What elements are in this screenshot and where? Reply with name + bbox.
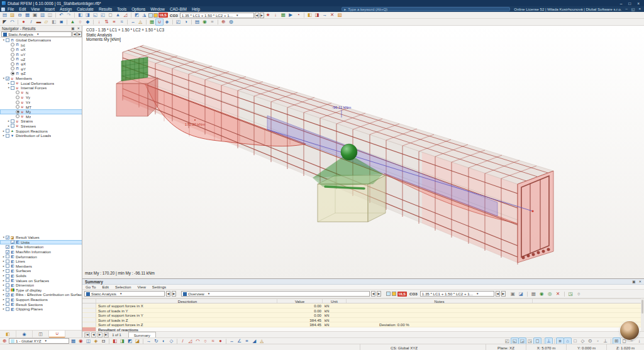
tree-item[interactable]: ∪ My [0, 109, 82, 114]
toggle-panel-5[interactable]: ◻ [534, 338, 541, 344]
tree-item[interactable]: ◧ Title Information [0, 244, 82, 249]
mesh-settings-icon[interactable]: ▦ [148, 19, 155, 25]
child-close-button[interactable]: × [638, 7, 641, 11]
chart-icon[interactable]: ◪ [518, 291, 525, 297]
sep[interactable] [172, 19, 173, 25]
scale-icon[interactable]: ◇ [168, 338, 175, 344]
tree-item[interactable]: ▸ ◧ Solids [0, 273, 82, 278]
menu-item[interactable]: CAD-BIM [167, 7, 189, 11]
sep[interactable] [191, 19, 192, 25]
minimize-button[interactable]: – [620, 1, 623, 6]
render-mode-icon[interactable]: ◩ [133, 12, 140, 18]
imperfection-icon[interactable]: ≈ [118, 19, 125, 25]
plane-xz-icon[interactable]: ◩ [126, 338, 133, 344]
sep[interactable] [74, 13, 75, 18]
next-combination-button[interactable]: ▶ [501, 291, 506, 297]
paste-icon[interactable]: ▤ [1, 12, 8, 18]
tree-control[interactable] [6, 298, 9, 302]
info-icon[interactable]: ↓ [636, 338, 643, 344]
window-tile-icon[interactable]: ◰ [99, 12, 106, 18]
print-icon[interactable]: ▣ [509, 291, 516, 297]
up-icon[interactable]: ▲ [114, 12, 121, 18]
copy-icon[interactable]: ◫ [47, 12, 53, 18]
sep[interactable] [554, 339, 555, 344]
table-row[interactable]: Sum of loads in Z 384.45 kN [82, 318, 644, 323]
view-3d-icon[interactable]: ◮ [141, 12, 148, 18]
save-icon[interactable]: ▦ [24, 12, 31, 18]
tree-item[interactable]: ▸ ◧ Result Sections [0, 302, 82, 307]
table-row[interactable]: Sum of support forces in Y 0.00 kN [82, 313, 644, 318]
tree-item[interactable]: ▸ ∪ Strains [0, 119, 82, 124]
next-view-button[interactable]: ▶ [377, 291, 381, 297]
tab-views[interactable]: ◫ [33, 331, 49, 337]
tree-control[interactable] [6, 134, 9, 138]
open-file-icon[interactable]: ▨ [9, 12, 16, 18]
favorites-icon[interactable]: ★ [265, 12, 272, 18]
analysis-type-combo[interactable]: Static Analysis ▼ [1, 31, 72, 37]
tree-control[interactable] [16, 90, 19, 94]
menu-item[interactable]: Tools [114, 7, 129, 11]
section-icon[interactable]: ◿ [122, 12, 129, 18]
tree-control[interactable] [11, 72, 14, 75]
lock-icon[interactable]: ◘ [100, 338, 107, 344]
tree-control[interactable] [6, 38, 9, 42]
tree-control[interactable] [6, 264, 9, 268]
tree-item[interactable]: ◧ Max/Min Information [0, 249, 82, 254]
dimension-icon[interactable]: ↔ [130, 19, 136, 25]
jump-icon[interactable]: → [321, 12, 328, 18]
tree-control[interactable] [11, 124, 14, 128]
tree-control[interactable] [6, 283, 9, 287]
load-color-swatch[interactable] [392, 292, 396, 296]
menu-item[interactable]: Calculate [74, 7, 96, 11]
tree-item[interactable]: ▸ ◧ Clipping Planes [0, 307, 82, 312]
summary-table[interactable]: Description Value Unit Notes Sum of supp… [82, 298, 644, 332]
sep[interactable] [18, 19, 18, 25]
menu-item[interactable]: View [28, 7, 42, 11]
object-snap-icon[interactable]: ◉ [77, 338, 84, 344]
pager-button[interactable]: ▶ [97, 332, 103, 337]
tree-item[interactable]: Π φX [0, 62, 82, 67]
fullscreen-icon[interactable]: ⊞ [613, 338, 620, 344]
tree-control[interactable] [11, 43, 14, 46]
menu-item[interactable]: Help [189, 7, 203, 11]
pager-button[interactable]: ◀ [91, 332, 96, 337]
result-color-swatch[interactable] [386, 292, 391, 296]
home-view-icon[interactable]: ⌂ [564, 338, 571, 344]
pager-button[interactable]: ▶| [104, 332, 109, 337]
opening-tool-icon[interactable]: ◙ [58, 19, 65, 25]
tree-item[interactable]: Π |u| [0, 43, 82, 48]
table-menu-item[interactable]: View [135, 285, 149, 289]
tree-item[interactable]: ∪ Mz [0, 114, 82, 119]
tree-control[interactable] [6, 129, 9, 133]
toggle-panel-4[interactable]: ◳ [526, 338, 533, 344]
comment-icon[interactable]: ◬ [258, 338, 265, 344]
tree-item[interactable]: ▸ ◧ Members [0, 264, 82, 269]
table-combination-combo[interactable]: 1.35 * LC1 + 1.50 * LC2 + 1... ▼ [420, 291, 494, 297]
relations-icon[interactable]: ◉ [538, 291, 545, 297]
table-tab-summary[interactable]: Summary [128, 332, 156, 338]
tree-item[interactable]: ▸ ◧ Surfaces [0, 268, 82, 273]
tree-control[interactable] [6, 236, 9, 239]
project-folder-icon[interactable]: ▧ [336, 12, 343, 18]
nodal-load-icon[interactable]: ↓ [96, 19, 103, 25]
search-icon[interactable]: ○ [575, 291, 582, 297]
coordinate-system-combo[interactable]: 1 - Global XYZ ▼ [9, 338, 69, 344]
sep[interactable] [131, 13, 131, 18]
sep[interactable] [67, 19, 67, 25]
tree-control[interactable] [6, 260, 9, 263]
tree-item[interactable]: Π uY [0, 52, 82, 57]
user-avatar[interactable] [620, 321, 639, 340]
tree-item[interactable]: ▸ ◧ Values on Surfaces [0, 278, 82, 283]
tree-control[interactable] [6, 254, 9, 258]
tree-control[interactable] [6, 293, 9, 297]
clipping-box-icon[interactable]: ◰ [175, 19, 182, 25]
tree-item[interactable]: Π uX [0, 47, 82, 52]
tree-control[interactable] [11, 53, 14, 57]
tree-item[interactable]: ◧ Units [0, 240, 82, 245]
tab-results[interactable]: ∪ [49, 331, 65, 337]
draw-polyline-icon[interactable]: ◿ [187, 338, 194, 344]
sep[interactable] [543, 339, 543, 344]
tree-item[interactable]: ▾ ◪ Result Values [0, 235, 82, 240]
tree-control[interactable] [6, 274, 9, 278]
tree-control[interactable] [6, 245, 9, 249]
